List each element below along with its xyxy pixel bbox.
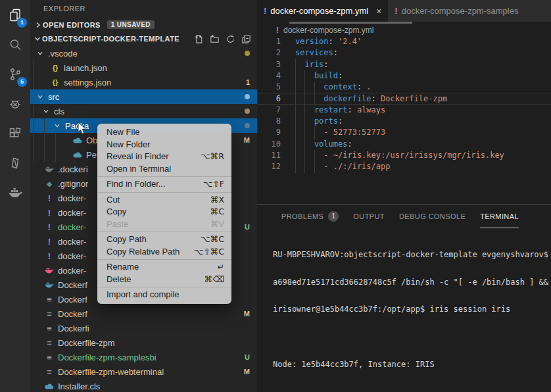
class-icon xyxy=(72,137,83,144)
code-editor[interactable]: 1version: '2.4' 2services: 3iris: 4build… xyxy=(257,36,551,173)
open-editors-label: OPEN EDITORS xyxy=(43,21,101,29)
chevron-down-icon xyxy=(36,93,44,101)
tab-terminal[interactable]: TERMINAL xyxy=(480,205,519,228)
scm-badge: 5 xyxy=(17,77,27,87)
git-modified-badge: M xyxy=(244,368,257,376)
collapse-all-icon[interactable] xyxy=(241,34,251,44)
tab-problems[interactable]: PROBLEMS 1 xyxy=(281,205,339,228)
menu-item-new-folder[interactable]: New Folder xyxy=(97,139,231,151)
code-line: 4build: xyxy=(257,70,551,82)
menu-separator xyxy=(97,176,231,177)
code-line: 3iris: xyxy=(257,59,551,70)
tree-item-cls[interactable]: cls xyxy=(30,104,257,118)
terminal-line: RU-MBPESHVAROV:objectscript-docker-templ… xyxy=(273,251,551,260)
code-line: 7restart: always xyxy=(257,105,551,116)
close-icon[interactable]: × xyxy=(376,6,381,16)
whale-icon xyxy=(44,266,55,274)
terminal-line: irisowner@1e5b44cc3b7f:/opt/app$ iris se… xyxy=(273,305,551,314)
file-lines-icon: ≡ xyxy=(44,338,55,348)
explorer-badge: 1 xyxy=(17,18,27,28)
code-line-current: 6dockerfile: Dockerfile-zpm xyxy=(257,93,551,104)
menu-item-import-and-compile[interactable]: Import and compile xyxy=(97,289,231,301)
terminal-output[interactable]: RU-MBPESHVAROV:objectscript-docker-templ… xyxy=(257,232,551,392)
new-folder-icon[interactable] xyxy=(210,34,220,44)
debug-icon[interactable] xyxy=(0,89,30,118)
tab-output[interactable]: OUTPUT xyxy=(353,205,385,228)
menu-item-find-in-folder[interactable]: Find in Folder...⌥⇧F xyxy=(97,178,231,191)
file-lines-icon: ≡ xyxy=(44,324,55,333)
chevron-right-icon xyxy=(34,20,43,30)
open-editors-header[interactable]: OPEN EDITORS 1 UNSAVED xyxy=(30,18,257,32)
file-lines-icon: ≡ xyxy=(44,367,55,377)
whale-icon xyxy=(44,281,55,289)
chevron-down-icon xyxy=(42,107,50,115)
git-untracked-badge: U xyxy=(245,223,257,231)
tree-item-dockerfile-variant[interactable]: ≡ Dockerf M xyxy=(30,306,257,321)
docker-icon[interactable] xyxy=(0,178,30,207)
git-untracked-badge: U xyxy=(245,353,257,361)
problem-count-badge: 1 xyxy=(246,78,257,86)
class-icon xyxy=(72,151,83,159)
chevron-down-icon xyxy=(53,122,61,130)
terminal-line xyxy=(273,387,551,392)
git-modified-badge: M xyxy=(244,136,257,144)
source-control-icon[interactable]: 5 xyxy=(0,59,30,89)
menu-item-cut[interactable]: Cut⌘X xyxy=(97,194,231,207)
tree-item-src[interactable]: src xyxy=(30,89,257,104)
json-icon: {} xyxy=(50,78,60,86)
terminal-line: Node: 1e5b44cc3b7f, Instance: IRIS xyxy=(273,360,551,370)
explorer-icon[interactable]: 1 xyxy=(0,0,30,30)
file-lines-icon: ≡ xyxy=(44,353,55,362)
breadcrumb[interactable]: ! docker-compose-zpm.yml xyxy=(257,24,551,37)
modified-dot xyxy=(245,123,250,128)
code-line: 9- 52773:52773 xyxy=(257,127,551,138)
menu-item-copy-path[interactable]: Copy Path⌥⌘C xyxy=(97,233,231,246)
tab-docker-compose-zpm-samples[interactable]: ! docker-compose-zpm-samples xyxy=(388,0,525,22)
refresh-icon[interactable] xyxy=(226,34,235,44)
tree-item-installer-cls[interactable]: Installer.cls xyxy=(30,379,257,392)
objectscript-icon[interactable] xyxy=(0,148,30,178)
new-file-icon[interactable] xyxy=(194,34,204,44)
tree-item-dockerfile-zpm[interactable]: ≡ Dockerfile-zpm xyxy=(30,335,257,350)
chevron-down-icon xyxy=(36,49,44,57)
menu-item-new-file[interactable]: New File xyxy=(97,126,231,139)
code-line: 2services: xyxy=(257,47,551,59)
tab-docker-compose-zpm-yml[interactable]: ! docker-compose-zpm.yml × xyxy=(257,0,388,22)
class-icon xyxy=(44,383,55,390)
menu-separator xyxy=(97,259,231,260)
menu-separator xyxy=(97,232,231,232)
code-line: 12- ./:/iris/app xyxy=(257,161,551,172)
tree-item-settings-json[interactable]: {} settings.json 1 xyxy=(30,75,257,89)
menu-item-open-in-terminal[interactable]: Open in Terminal xyxy=(97,163,231,176)
whale-icon xyxy=(44,165,55,173)
diamond-icon: ◆ xyxy=(44,180,55,187)
context-menu: New File New Folder Reveal in Finder⌥⌘R … xyxy=(97,124,231,304)
tree-item-vscode[interactable]: .vscode xyxy=(30,46,257,61)
yaml-icon: ! xyxy=(264,6,266,16)
yaml-icon: ! xyxy=(276,26,279,35)
extensions-icon[interactable] xyxy=(0,118,30,148)
tree-item-dockerfile-zpm-samplesbi[interactable]: ≡ Dockerfile-zpm-samplesbi U xyxy=(30,350,257,364)
yaml-icon: ! xyxy=(44,208,55,218)
panel-tab-bar: PROBLEMS 1 OUTPUT DEBUG CONSOLE TERMINAL xyxy=(257,205,551,228)
file-lines-icon: ≡ xyxy=(44,295,55,305)
json-icon: {} xyxy=(50,64,60,72)
search-icon[interactable] xyxy=(0,30,30,59)
problems-count-badge: 1 xyxy=(328,211,339,222)
menu-item-delete[interactable]: Delete⌘⌫ xyxy=(97,274,231,286)
tree-item-dockerfile-variant[interactable]: ≡ Dockerfi xyxy=(30,321,257,335)
editor-area: ! docker-compose-zpm.yml × ! docker-comp… xyxy=(257,0,551,204)
workspace-root-header[interactable]: OBJECTSCRIPT-DOCKER-TEMPLATE xyxy=(30,32,257,46)
tree-item-launch-json[interactable]: {} launch.json xyxy=(30,61,257,75)
mouse-cursor xyxy=(78,122,88,135)
git-modified-badge: M xyxy=(244,310,257,318)
menu-item-rename[interactable]: Rename↵ xyxy=(97,261,231,274)
menu-item-reveal-in-finder[interactable]: Reveal in Finder⌥⌘R xyxy=(97,151,231,163)
menu-item-copy[interactable]: Copy⌘C xyxy=(97,206,231,218)
yaml-icon: ! xyxy=(44,193,55,203)
tree-item-dockerfile-zpm-webterminal[interactable]: ≡ Dockerfile-zpm-webterminal M xyxy=(30,364,257,379)
tab-debug-console[interactable]: DEBUG CONSOLE xyxy=(399,205,466,228)
code-line: 10volumes: xyxy=(257,139,551,150)
explorer-actions xyxy=(194,34,257,44)
menu-item-copy-relative-path[interactable]: Copy Relative Path⌥⇧⌘C xyxy=(97,246,231,258)
